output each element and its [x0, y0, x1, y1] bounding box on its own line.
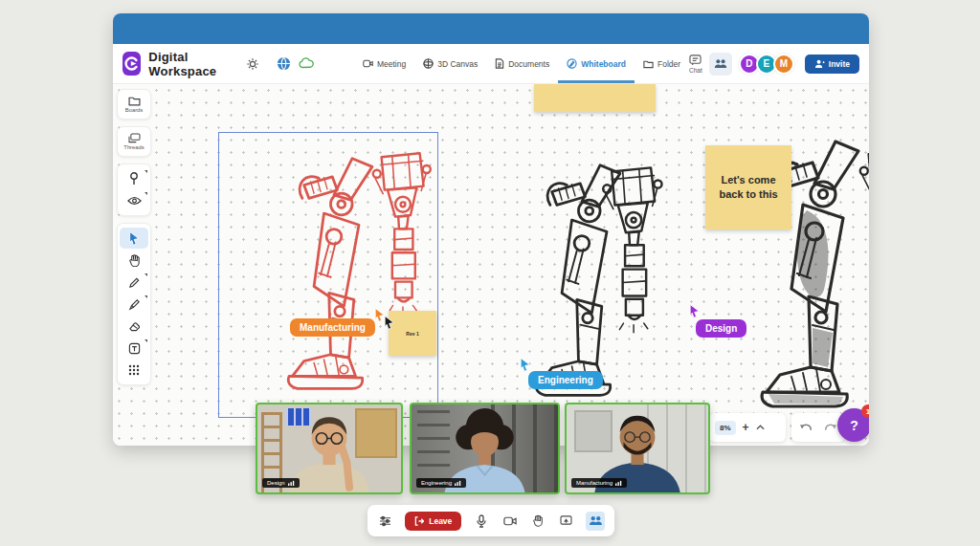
whiteboard-canvas[interactable]: Boards Threads	[113, 84, 869, 446]
threads-label: Threads	[123, 144, 144, 150]
participant-name: Engineering	[421, 480, 452, 486]
document-icon	[495, 58, 504, 69]
window-titlebar	[113, 13, 869, 44]
eraser-icon	[128, 320, 141, 332]
tag-design[interactable]: Design	[696, 319, 746, 338]
gear-icon[interactable]	[246, 56, 259, 72]
boards-label: Boards	[125, 107, 143, 113]
app-logo-icon[interactable]	[122, 52, 141, 76]
tool-pencil[interactable]	[120, 272, 148, 293]
settings-sliders-icon	[379, 515, 391, 527]
canvas-sidebar: Boards Threads	[117, 89, 151, 392]
tool-text[interactable]	[120, 338, 148, 359]
invite-person-icon	[814, 59, 825, 69]
selection-box[interactable]	[218, 132, 438, 418]
tab-documents[interactable]: Documents	[486, 44, 558, 83]
tab-label: Folder	[657, 59, 680, 69]
tool-apps-grid[interactable]	[120, 360, 148, 381]
tab-label: Meeting	[377, 59, 406, 69]
tool-hand[interactable]	[120, 250, 148, 271]
select-cursor-icon	[128, 231, 141, 246]
sphere-icon	[423, 58, 434, 69]
video-tile-engineering[interactable]: Engineering	[410, 403, 560, 494]
tool-pen[interactable]	[120, 294, 148, 315]
globe-icon[interactable]	[277, 56, 291, 72]
folder-icon	[128, 96, 141, 106]
tool-eraser[interactable]	[120, 316, 148, 337]
invite-button[interactable]: Invite	[805, 55, 859, 74]
help-button[interactable]: ? 1	[837, 408, 869, 442]
tab-folder[interactable]: Folder	[635, 44, 689, 83]
sticky-note-rev[interactable]: Rev 1	[389, 311, 436, 356]
remote-cursor-black	[384, 316, 395, 334]
app-window: Digital Workspace Meeting 3D Canvas	[113, 13, 869, 446]
leave-icon	[414, 516, 424, 526]
remote-cursor-purple	[689, 304, 701, 322]
chat-icon	[689, 55, 702, 66]
participant-name: Design	[267, 480, 285, 486]
tool-visibility[interactable]	[120, 190, 148, 211]
participants-panel-button[interactable]	[586, 512, 605, 531]
redo-icon[interactable]	[824, 423, 837, 433]
sketch-clipped-edge	[852, 140, 869, 327]
tab-whiteboard[interactable]: Whiteboard	[558, 44, 635, 83]
invite-label: Invite	[829, 59, 850, 69]
participant-name-pill: Engineering	[416, 478, 466, 488]
tab-meeting[interactable]: Meeting	[354, 44, 414, 83]
notification-badge: 1	[861, 404, 869, 418]
tag-manufacturing[interactable]: Manufacturing	[290, 318, 375, 337]
tab-label: Documents	[508, 59, 549, 69]
signal-icon	[455, 480, 461, 486]
grid-dots-icon	[128, 364, 140, 376]
main-nav: Meeting 3D Canvas Documents Whiteboard F…	[354, 44, 689, 83]
sketch-red-actuator	[365, 146, 434, 326]
remote-cursor-blue	[520, 358, 531, 376]
pencil-icon	[128, 276, 141, 289]
hand-icon	[128, 254, 141, 267]
sticky-note-top[interactable]	[534, 84, 656, 112]
sketch-black-actuator	[594, 161, 665, 344]
chevron-up-icon[interactable]	[756, 425, 765, 430]
camera-button[interactable]	[502, 513, 518, 530]
pin-icon	[128, 172, 140, 186]
zoom-in-button[interactable]: +	[743, 421, 749, 434]
chat-label: Chat	[689, 67, 702, 74]
folder-icon	[643, 59, 654, 69]
sidebar-item-threads[interactable]: Threads	[118, 130, 150, 153]
eye-icon	[127, 196, 142, 206]
app-title: Digital Workspace	[148, 50, 234, 78]
tool-select[interactable]	[120, 228, 148, 249]
zoom-level[interactable]: 8%	[715, 421, 736, 435]
raise-hand-button[interactable]	[530, 513, 546, 530]
tag-engineering[interactable]: Engineering	[528, 371, 603, 389]
leave-button[interactable]: Leave	[405, 512, 461, 531]
sticky-note-comeback[interactable]: Let's come back to this	[705, 145, 791, 229]
participants-button[interactable]	[709, 53, 732, 76]
tool-pin[interactable]	[120, 168, 148, 189]
text-box-icon	[128, 342, 141, 355]
participants-icon	[589, 515, 603, 526]
share-screen-button[interactable]	[558, 513, 573, 530]
call-settings-button[interactable]	[377, 513, 392, 530]
tab-3d-canvas[interactable]: 3D Canvas	[414, 44, 486, 83]
signal-icon	[615, 480, 622, 486]
pen-icon	[128, 298, 141, 311]
mic-button[interactable]	[474, 513, 489, 530]
video-tile-design[interactable]: Design	[256, 403, 403, 494]
tab-label: Whiteboard	[581, 59, 626, 69]
camera-icon	[503, 516, 517, 526]
zoom-controls: 8% +	[709, 413, 786, 442]
tab-label: 3D Canvas	[437, 59, 478, 69]
people-icon	[714, 58, 727, 69]
chat-button[interactable]: Chat	[689, 55, 702, 74]
participant-name-pill: Design	[262, 478, 300, 488]
cloud-sync-icon[interactable]	[299, 56, 314, 72]
undo-icon[interactable]	[799, 423, 813, 433]
avatar[interactable]: M	[773, 54, 794, 75]
video-camera-icon	[363, 59, 373, 68]
help-label: ?	[850, 418, 858, 433]
whiteboard-pen-icon	[567, 58, 577, 69]
video-tile-manufacturing[interactable]: Manufacturing	[565, 403, 710, 494]
sidebar-item-boards[interactable]: Boards	[118, 93, 150, 116]
hand-icon	[532, 514, 544, 527]
